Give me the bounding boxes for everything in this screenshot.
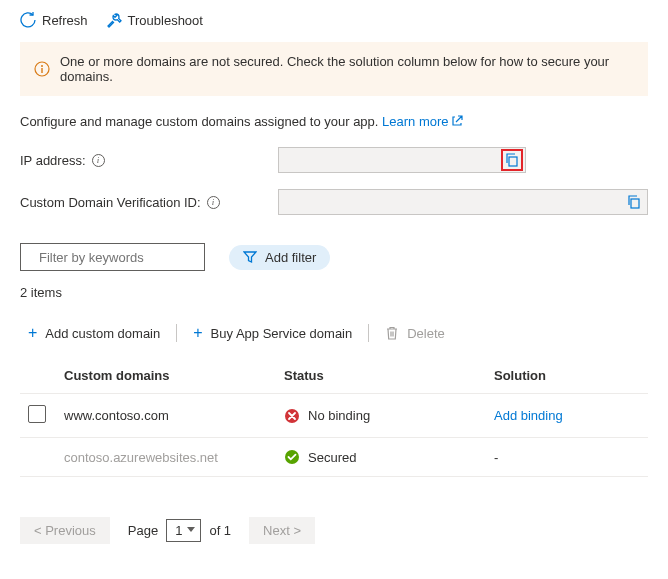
copy-icon <box>505 153 519 167</box>
info-icon[interactable]: i <box>207 196 220 209</box>
buy-domain-label: Buy App Service domain <box>211 326 353 341</box>
ip-address-row: IP address: i <box>20 147 648 173</box>
divider <box>176 324 177 342</box>
trash-icon <box>385 326 399 340</box>
status-cell: Secured <box>276 438 486 477</box>
alert-banner: One or more domains are not secured. Che… <box>20 42 648 96</box>
error-icon <box>284 408 300 424</box>
status-text: No binding <box>308 408 370 423</box>
filter-row: Add filter <box>20 243 648 271</box>
checkbox-header <box>20 358 56 394</box>
success-icon <box>284 449 300 465</box>
ip-address-label-text: IP address: <box>20 153 86 168</box>
page-of-text: of 1 <box>209 523 231 538</box>
verification-id-field <box>278 189 648 215</box>
search-field[interactable] <box>37 249 209 266</box>
status-text: Secured <box>308 450 356 465</box>
ip-address-label: IP address: i <box>20 153 270 168</box>
troubleshoot-label: Troubleshoot <box>128 13 203 28</box>
divider <box>368 324 369 342</box>
add-filter-label: Add filter <box>265 250 316 265</box>
domains-table: Custom domains Status Solution www.conto… <box>20 358 648 477</box>
col-solution[interactable]: Solution <box>486 358 648 394</box>
item-count: 2 items <box>20 285 648 300</box>
refresh-button[interactable]: Refresh <box>20 12 88 28</box>
table-row: contoso.azurewebsites.net Secured - <box>20 438 648 477</box>
page-label: Page <box>128 523 158 538</box>
copy-icon <box>627 195 641 209</box>
plus-icon: + <box>28 324 37 342</box>
prev-page-button: < Previous <box>20 517 110 544</box>
troubleshoot-icon <box>106 12 122 28</box>
status-cell: No binding <box>276 394 486 438</box>
external-link-icon <box>451 115 463 127</box>
page-indicator: Page 1 of 1 <box>128 519 231 542</box>
add-custom-domain-button[interactable]: + Add custom domain <box>20 320 168 346</box>
svg-point-1 <box>41 65 43 67</box>
domain-cell: contoso.azurewebsites.net <box>56 438 276 477</box>
add-custom-domain-label: Add custom domain <box>45 326 160 341</box>
buy-domain-button[interactable]: + Buy App Service domain <box>185 320 360 346</box>
solution-cell: - <box>486 438 648 477</box>
domain-cell: www.contoso.com <box>56 394 276 438</box>
next-page-button: Next > <box>249 517 315 544</box>
table-header-row: Custom domains Status Solution <box>20 358 648 394</box>
col-domain[interactable]: Custom domains <box>56 358 276 394</box>
troubleshoot-button[interactable]: Troubleshoot <box>106 12 203 28</box>
add-binding-link[interactable]: Add binding <box>494 408 563 423</box>
filter-icon <box>243 250 257 264</box>
page-select[interactable]: 1 <box>166 519 201 542</box>
table-action-bar: + Add custom domain + Buy App Service do… <box>20 320 648 346</box>
pagination: < Previous Page 1 of 1 Next > <box>20 517 648 544</box>
description: Configure and manage custom domains assi… <box>20 114 648 129</box>
alert-text: One or more domains are not secured. Che… <box>60 54 634 84</box>
add-filter-button[interactable]: Add filter <box>229 245 330 270</box>
copy-verification-button[interactable] <box>625 193 643 211</box>
svg-rect-3 <box>509 157 517 166</box>
description-text: Configure and manage custom domains assi… <box>20 114 382 129</box>
delete-button: Delete <box>377 322 453 345</box>
copy-ip-button[interactable] <box>503 151 521 169</box>
refresh-icon <box>20 12 36 28</box>
search-input[interactable] <box>20 243 205 271</box>
refresh-label: Refresh <box>42 13 88 28</box>
learn-more-label: Learn more <box>382 114 448 129</box>
svg-rect-4 <box>631 199 639 208</box>
verification-id-label-text: Custom Domain Verification ID: <box>20 195 201 210</box>
verification-id-label: Custom Domain Verification ID: i <box>20 195 270 210</box>
plus-icon: + <box>193 324 202 342</box>
col-status[interactable]: Status <box>276 358 486 394</box>
command-bar: Refresh Troubleshoot <box>20 12 648 28</box>
info-icon <box>34 61 50 77</box>
delete-label: Delete <box>407 326 445 341</box>
svg-rect-2 <box>41 68 42 73</box>
learn-more-link[interactable]: Learn more <box>382 114 462 129</box>
row-checkbox[interactable] <box>28 405 46 423</box>
table-row[interactable]: www.contoso.com No binding Add binding <box>20 394 648 438</box>
verification-id-row: Custom Domain Verification ID: i <box>20 189 648 215</box>
ip-address-field <box>278 147 526 173</box>
info-icon[interactable]: i <box>92 154 105 167</box>
